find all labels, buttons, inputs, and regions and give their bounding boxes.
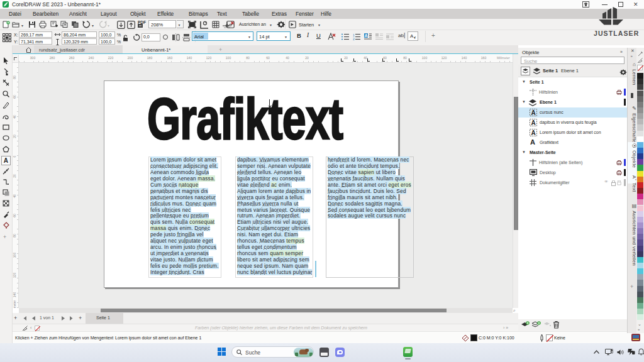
svg-text:A: A <box>365 33 368 38</box>
svg-text:A: A <box>531 109 535 116</box>
svg-text:2: 2 <box>353 37 355 41</box>
svg-text:JUSTLASER: JUSTLASER <box>594 30 639 37</box>
svg-text:A: A <box>531 129 535 136</box>
svg-text:A: A <box>531 119 535 126</box>
